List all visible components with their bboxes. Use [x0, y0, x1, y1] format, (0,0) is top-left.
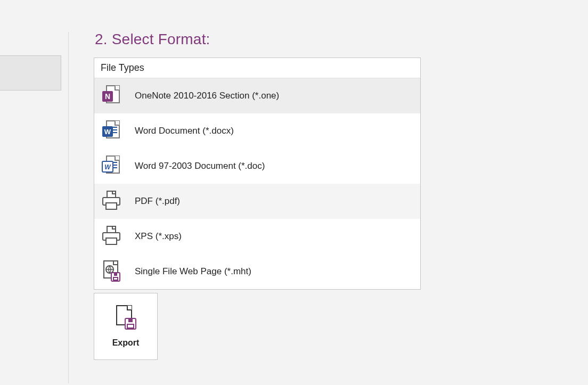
- svg-text:W: W: [104, 163, 111, 171]
- printer-icon: [100, 225, 123, 248]
- file-type-label: XPS (*.xps): [123, 231, 182, 242]
- file-type-xps[interactable]: XPS (*.xps): [94, 219, 420, 254]
- word-docx-icon: W: [100, 119, 123, 143]
- file-types-header: File Types: [94, 58, 420, 78]
- left-truncated-button[interactable]: [0, 55, 61, 91]
- svg-rect-23: [106, 238, 117, 244]
- vertical-divider: [68, 32, 69, 383]
- file-type-label: Single File Web Page (*.mht): [123, 266, 251, 277]
- file-type-label: PDF (*.pdf): [123, 196, 180, 207]
- svg-rect-28: [114, 273, 117, 276]
- svg-text:W: W: [104, 128, 111, 136]
- select-format-panel: 2. Select Format: File Types N OneNote 2…: [94, 31, 573, 360]
- file-type-label: Word Document (*.docx): [123, 126, 234, 136]
- file-type-label: Word 97-2003 Document (*.doc): [123, 161, 265, 171]
- export-file-save-icon: [113, 305, 138, 331]
- file-type-word-docx[interactable]: W Word Document (*.docx): [94, 113, 420, 149]
- web-page-save-icon: [100, 260, 123, 283]
- file-type-label: OneNote 2010-2016 Section (*.one): [123, 91, 279, 101]
- svg-rect-20: [106, 203, 117, 209]
- export-button-label: Export: [112, 338, 140, 348]
- file-types-list: File Types N OneNote 2010-2016 Section (…: [94, 58, 421, 290]
- word-doc-icon: W: [100, 154, 123, 178]
- file-type-word-doc[interactable]: W Word 97-2003 Document (*.doc): [94, 149, 420, 184]
- file-type-mht[interactable]: Single File Web Page (*.mht): [94, 254, 420, 289]
- export-button[interactable]: Export: [94, 293, 158, 360]
- file-type-pdf[interactable]: PDF (*.pdf): [94, 184, 420, 219]
- printer-icon: [100, 190, 123, 213]
- svg-rect-33: [128, 318, 133, 322]
- onenote-file-icon: N: [100, 84, 123, 108]
- file-type-onenote-section[interactable]: N OneNote 2010-2016 Section (*.one): [94, 78, 420, 113]
- svg-text:N: N: [105, 92, 110, 101]
- panel-heading: 2. Select Format:: [95, 31, 573, 48]
